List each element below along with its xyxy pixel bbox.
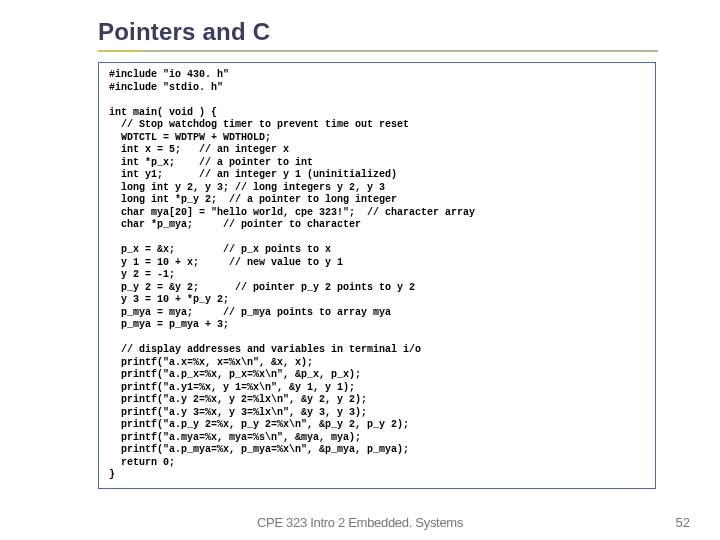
title-underline (98, 50, 658, 52)
footer-text: CPE 323 Intro 2 Embedded. Systems (0, 515, 720, 530)
code-block: #include "io 430. h" #include "stdio. h"… (98, 62, 656, 489)
left-accent (0, 0, 70, 540)
title-block: Pointers and C (98, 18, 692, 52)
page-number: 52 (676, 515, 690, 530)
title-underline-accent (98, 50, 142, 52)
slide-title: Pointers and C (98, 18, 692, 46)
